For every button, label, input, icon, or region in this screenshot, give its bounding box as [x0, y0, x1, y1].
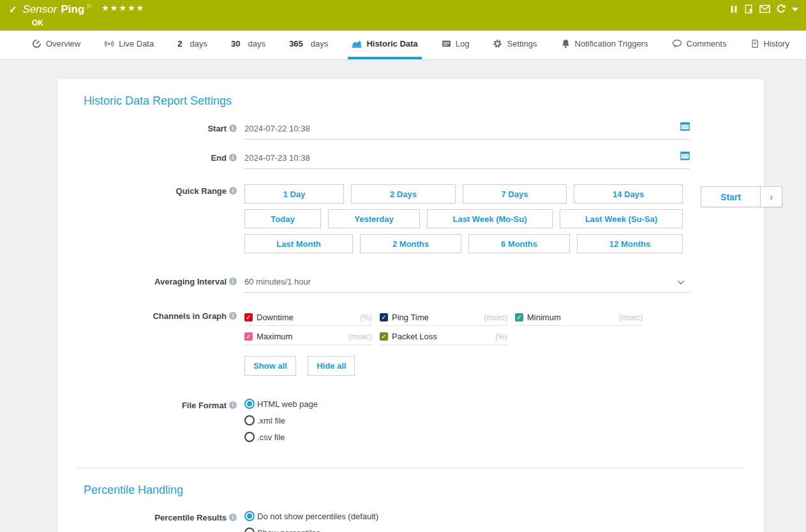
report-settings-title: Historic Data Report Settings: [84, 94, 745, 108]
quick-range-7-days-button[interactable]: 7 Days: [463, 184, 567, 203]
channel-checkbox[interactable]: [244, 313, 253, 321]
priority-stars[interactable]: ★★★★★: [101, 3, 145, 13]
radio-button[interactable]: [244, 415, 255, 425]
tab-overview[interactable]: Overview: [28, 31, 84, 59]
priority-flag-icon: ⚐: [86, 3, 93, 11]
start-date-input[interactable]: 2024-07-22 10:38: [244, 122, 690, 140]
radio-button[interactable]: [244, 432, 255, 442]
info-icon[interactable]: i: [229, 154, 237, 161]
menu-caret-icon[interactable]: [792, 8, 798, 11]
quick-range-yesterday-button[interactable]: Yesterday: [328, 209, 420, 228]
bell-icon: [561, 39, 571, 48]
tab-historic-data[interactable]: Historic Data: [348, 31, 421, 59]
sensor-header: ✓ Sensor Ping ⚐ ★★★★★ OK: [0, 0, 806, 31]
percentile-handling-title: Percentile Handling: [84, 484, 745, 497]
history-icon: [750, 39, 759, 48]
quick-range-14-days-button[interactable]: 14 Days: [574, 184, 683, 203]
channel-checkbox[interactable]: [380, 313, 388, 321]
tab-notification-triggers[interactable]: Notification Triggers: [557, 31, 652, 59]
tab-2-days[interactable]: 2days: [174, 31, 211, 59]
gauge-icon: [32, 39, 41, 48]
channel-ping-time: Ping Time (msec): [380, 313, 507, 326]
channel-packet-loss: Packet Loss (%): [380, 332, 507, 345]
channel-checkbox[interactable]: [244, 332, 253, 341]
tab-30-days[interactable]: 30days: [227, 31, 269, 59]
tab-history[interactable]: History: [747, 31, 793, 59]
start-options-chevron-button[interactable]: ›: [760, 186, 782, 207]
channel-maximum: Maximum (msec): [244, 332, 372, 345]
end-date-input[interactable]: 2024-07-23 10:38: [244, 151, 690, 169]
tab-bar: Overview Live Data 2days 30days 365days …: [0, 31, 806, 60]
tab-log[interactable]: Log: [438, 31, 474, 59]
channel-checkbox[interactable]: [515, 313, 523, 321]
file-format-option-xml: .xml file: [244, 415, 690, 425]
file-format-label: File Formati: [84, 399, 237, 448]
log-icon: [442, 39, 451, 48]
page-body: Historic Data Report Settings Starti 202…: [0, 60, 806, 532]
averaging-interval-select[interactable]: 60 minutes/1 hour: [244, 275, 690, 293]
radio-button[interactable]: [244, 399, 255, 409]
quick-range-last-week-su-sa-button[interactable]: Last Week (Su-Sa): [560, 209, 683, 228]
email-icon[interactable]: [759, 4, 770, 13]
tab-live-data[interactable]: Live Data: [100, 31, 158, 59]
info-icon[interactable]: i: [229, 187, 237, 195]
end-label: Endi: [84, 151, 237, 169]
start-label: Starti: [84, 122, 237, 140]
chart-icon: [352, 39, 362, 48]
section-divider: [77, 468, 745, 468]
file-format-option-csv: .csv file: [244, 432, 690, 442]
channel-checkbox[interactable]: [380, 332, 388, 341]
refresh-icon[interactable]: [776, 4, 786, 14]
quick-range-6-months-button[interactable]: 6 Months: [468, 234, 570, 253]
info-icon[interactable]: i: [229, 312, 237, 320]
quick-range-2-months-button[interactable]: 2 Months: [360, 234, 461, 253]
start-button[interactable]: Start: [701, 186, 761, 207]
hide-all-button[interactable]: Hide all: [308, 356, 355, 376]
percentile-option-show: Show percentiles: [244, 528, 690, 532]
tab-365-days[interactable]: 365days: [285, 31, 332, 59]
averaging-interval-label: Averaging Intervali: [84, 275, 237, 293]
quick-range-1-day-button[interactable]: 1 Day: [244, 184, 344, 203]
pause-icon[interactable]: [729, 4, 738, 14]
radio-button[interactable]: [244, 528, 255, 532]
quick-range-label: Quick Rangei: [84, 184, 237, 275]
info-icon[interactable]: i: [229, 277, 237, 285]
status-ok-icon: ✓: [9, 4, 17, 15]
info-icon[interactable]: i: [229, 514, 237, 521]
quick-range-last-week-mo-su-button[interactable]: Last Week (Mo-Su): [427, 209, 553, 228]
percentile-option-hide: Do not show percentiles (default): [244, 511, 690, 521]
sensor-type-label: Sensor: [23, 3, 57, 16]
quick-range-last-month-button[interactable]: Last Month: [244, 234, 353, 253]
channels-in-graph-label: Channels in Graphi: [84, 309, 237, 376]
radio-button[interactable]: [244, 511, 255, 521]
calendar-icon[interactable]: [680, 121, 690, 133]
tab-settings[interactable]: Settings: [489, 31, 541, 59]
chevron-down-icon: [677, 277, 685, 287]
comment-icon: [672, 39, 682, 48]
channel-downtime: Downtime (%): [244, 313, 372, 326]
report-icon[interactable]: [744, 4, 754, 14]
show-all-button[interactable]: Show all: [244, 356, 296, 376]
quick-range-today-button[interactable]: Today: [244, 209, 321, 228]
sensor-name: Ping: [61, 3, 84, 16]
percentile-results-label: Percentile Resultsi: [84, 511, 237, 532]
file-format-option-html: HTML web page: [244, 399, 690, 409]
broadcast-icon: [104, 39, 114, 48]
info-icon[interactable]: i: [229, 401, 237, 409]
start-button-group: Start ›: [701, 186, 782, 207]
gear-icon: [493, 39, 502, 48]
quick-range-12-months-button[interactable]: 12 Months: [577, 234, 683, 253]
settings-card: Historic Data Report Settings Starti 202…: [57, 79, 764, 532]
quick-range-2-days-button[interactable]: 2 Days: [351, 184, 456, 203]
sensor-status-text: OK: [32, 18, 145, 27]
channel-minimum: Minimum (msec): [515, 313, 643, 326]
tab-comments[interactable]: Comments: [668, 31, 731, 59]
info-icon[interactable]: i: [229, 124, 237, 132]
calendar-icon[interactable]: [680, 151, 690, 163]
